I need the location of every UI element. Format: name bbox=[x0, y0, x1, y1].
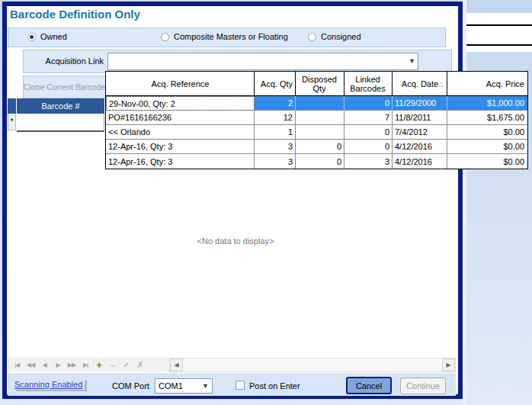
column-header-acq-date[interactable]: Acq. Date △ bbox=[393, 72, 447, 96]
scanning-enabled-button[interactable]: Scanning Enabled bbox=[14, 379, 85, 390]
post-on-enter-checkbox[interactable] bbox=[236, 381, 245, 390]
last-record-icon[interactable]: ▶| bbox=[79, 359, 91, 371]
barcode-grid-column-header[interactable]: Barcode # bbox=[17, 98, 104, 114]
data-navigator-toolbar: |◀◀◀◀▶▶▶▶|+−✓✗ bbox=[8, 358, 169, 372]
acquisition-grid-row[interactable]: 12-Apr-16, Qty: 33034/12/2016$0.00 bbox=[106, 154, 527, 169]
column-header-linked-barcodes[interactable]: Linked Barcodes bbox=[345, 72, 393, 96]
acquisition-link-panel: Acquisition Link ▼ bbox=[23, 50, 452, 73]
delete-record-icon[interactable]: − bbox=[107, 359, 119, 371]
column-header-acq-qty[interactable]: Acq. Qty bbox=[255, 72, 296, 96]
acquisition-grid-cell[interactable]: 1 bbox=[255, 125, 296, 140]
insert-record-icon[interactable]: + bbox=[93, 359, 105, 371]
acquisition-grid-cell[interactable]: 29-Nov-00, Qty: 2 bbox=[106, 96, 255, 111]
acquisition-grid-body: 29-Nov-00, Qty: 22011/29/2000$1,000.00PO… bbox=[106, 96, 527, 169]
acquisition-link-combobox[interactable]: ▼ bbox=[107, 53, 418, 70]
acquisition-dropdown-grid: Acq. Reference Acq. Qty Disposed Qty Lin… bbox=[105, 71, 528, 169]
no-data-message: <No data to display> bbox=[121, 236, 350, 246]
acquisition-grid-cell[interactable] bbox=[296, 125, 345, 140]
acquisition-grid-cell[interactable]: 11/8/2011 bbox=[393, 111, 447, 125]
acquisition-grid-cell[interactable]: 12-Apr-16, Qty: 3 bbox=[106, 140, 255, 154]
acquisition-grid-cell[interactable]: 0 bbox=[345, 96, 393, 111]
cancel-edit-icon[interactable]: ✗ bbox=[134, 359, 146, 371]
background-divider-line bbox=[466, 44, 532, 46]
radio-option-consigned[interactable]: Consigned bbox=[308, 32, 361, 41]
column-header-label: Acq. Date bbox=[402, 79, 438, 88]
clone-current-barcode-button[interactable]: Clone Current Barcode bbox=[23, 76, 106, 98]
acquisition-grid-cell[interactable]: $0.00 bbox=[447, 125, 527, 140]
scroll-left-icon: ◀ bbox=[174, 362, 178, 368]
acquisition-link-label: Acquisition Link bbox=[31, 56, 104, 66]
column-header-disposed-qty[interactable]: Disposed Qty bbox=[296, 72, 345, 96]
scroll-right-button[interactable]: ▶ bbox=[442, 358, 455, 371]
acquisition-grid-row[interactable]: 29-Nov-00, Qty: 22011/29/2000$1,000.00 bbox=[106, 96, 527, 111]
acquisition-grid-cell[interactable]: << Orlando bbox=[106, 125, 255, 140]
radio-option-owned[interactable]: Owned bbox=[27, 32, 67, 41]
radio-label: Consigned bbox=[321, 32, 361, 41]
cancel-button[interactable]: Cancel bbox=[346, 377, 392, 394]
post-edit-icon[interactable]: ✓ bbox=[120, 359, 133, 371]
column-header-acq-reference[interactable]: Acq. Reference bbox=[106, 72, 255, 96]
continue-button[interactable]: Continue bbox=[400, 378, 446, 394]
acquisition-grid-cell[interactable]: 3 bbox=[255, 140, 296, 154]
acquisition-grid-header-row: Acq. Reference Acq. Qty Disposed Qty Lin… bbox=[106, 72, 527, 96]
acquisition-grid-cell[interactable] bbox=[296, 96, 345, 111]
acquisition-grid-row[interactable]: << Orlando107/4/2012$0.00 bbox=[106, 125, 527, 140]
acquisition-grid-cell[interactable]: 3 bbox=[255, 154, 296, 169]
screen: Barcode Definition Only Owned Composite … bbox=[0, 0, 532, 405]
acquisition-grid-cell[interactable]: 2 bbox=[255, 96, 296, 111]
acquisition-grid-cell[interactable]: 11/29/2000 bbox=[393, 96, 447, 111]
acquisition-grid-cell[interactable]: 4/12/2016 bbox=[393, 154, 447, 169]
scroll-left-button[interactable]: ◀ bbox=[170, 358, 183, 371]
horizontal-scrollbar[interactable]: ◀ ▶ bbox=[169, 358, 456, 372]
first-record-icon[interactable]: |◀ bbox=[11, 359, 23, 371]
radio-button-icon[interactable] bbox=[308, 33, 316, 41]
com-port-combobox[interactable]: COM1 ▼ bbox=[155, 378, 213, 394]
next-page-icon[interactable]: ▶▶ bbox=[66, 359, 78, 371]
acquisition-grid-cell[interactable]: 7 bbox=[345, 111, 393, 125]
acquisition-grid-cell[interactable] bbox=[296, 111, 345, 125]
barcode-definition-dialog: Barcode Definition Only Owned Composite … bbox=[2, 2, 463, 399]
prior-page-icon[interactable]: ◀◀ bbox=[24, 359, 37, 371]
acquisition-grid-cell[interactable]: $1,000.00 bbox=[447, 96, 527, 111]
acquisition-grid-cell[interactable]: $0.00 bbox=[447, 140, 527, 154]
sort-ascending-icon: △ bbox=[438, 79, 444, 88]
acquisition-grid-cell[interactable]: $1,675.00 bbox=[447, 111, 527, 125]
acquisition-grid-cell[interactable]: $0.00 bbox=[447, 154, 527, 169]
radio-button-icon[interactable] bbox=[161, 33, 169, 41]
scroll-right-icon: ▶ bbox=[446, 362, 450, 368]
acquisition-grid-cell[interactable]: 12 bbox=[255, 111, 296, 125]
acquisition-grid-cell[interactable]: PO#1616166236 bbox=[106, 111, 255, 125]
acquisition-grid-row[interactable]: PO#161616623612711/8/2011$1,675.00 bbox=[106, 111, 527, 125]
footer-bar: Scanning Enabled COM Port COM1 ▼ Post on… bbox=[8, 372, 456, 396]
background-top-band bbox=[466, 0, 532, 13]
acquisition-grid-cell[interactable]: 0 bbox=[345, 140, 393, 154]
background-white-area bbox=[466, 13, 532, 52]
barcode-grid-indicator-header bbox=[8, 98, 16, 114]
radio-button-icon[interactable] bbox=[27, 33, 36, 41]
com-port-value: COM1 bbox=[159, 381, 183, 391]
acquisition-grid-cell[interactable]: 7/4/2012 bbox=[393, 125, 447, 140]
column-header-acq-price[interactable]: Acq. Price bbox=[447, 72, 527, 96]
acquisition-grid-cell[interactable]: 3 bbox=[345, 154, 393, 169]
radio-option-composite[interactable]: Composite Masters or Floating bbox=[161, 32, 288, 41]
chevron-down-icon[interactable]: ▼ bbox=[409, 57, 415, 65]
next-record-icon[interactable]: ▶ bbox=[52, 359, 64, 371]
background-divider-line bbox=[466, 24, 532, 26]
background-window-fragment bbox=[463, 0, 532, 405]
acquisition-grid-cell[interactable]: 0 bbox=[296, 154, 345, 169]
ownership-radio-group: Owned Composite Masters or Floating Cons… bbox=[8, 27, 446, 47]
acquisition-grid-row[interactable]: 12-Apr-16, Qty: 33004/12/2016$0.00 bbox=[106, 140, 527, 154]
acquisition-grid-cell[interactable]: 12-Apr-16, Qty: 3 bbox=[106, 154, 255, 169]
radio-label: Owned bbox=[40, 32, 67, 41]
barcode-grid-bottom-edge bbox=[17, 130, 104, 132]
barcode-entry-cell[interactable] bbox=[17, 114, 104, 130]
prior-record-icon[interactable]: ◀ bbox=[38, 359, 50, 371]
post-on-enter-label[interactable]: Post on Enter bbox=[249, 381, 300, 391]
acquisition-grid-cell[interactable]: 4/12/2016 bbox=[393, 140, 447, 154]
com-port-label: COM Port bbox=[112, 381, 149, 391]
dialog-title: Barcode Definition Only bbox=[10, 8, 140, 21]
acquisition-grid-cell[interactable]: 0 bbox=[296, 140, 345, 154]
chevron-down-icon[interactable]: ▼ bbox=[202, 382, 209, 390]
acquisition-grid-cell[interactable]: 0 bbox=[345, 125, 393, 140]
radio-label: Composite Masters or Floating bbox=[174, 32, 288, 41]
